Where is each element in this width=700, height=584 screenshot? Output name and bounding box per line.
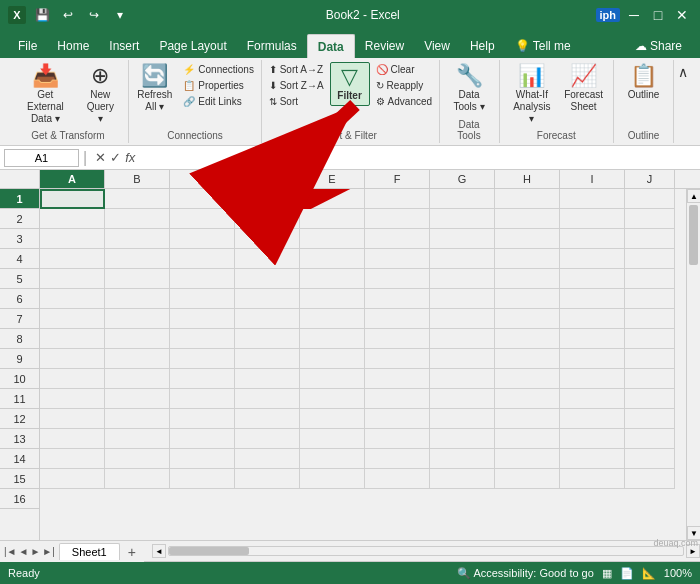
collapse-ribbon-button[interactable]: ∧ bbox=[674, 62, 692, 82]
col-header-a[interactable]: A bbox=[40, 170, 105, 188]
tab-share[interactable]: ☁ Share bbox=[625, 34, 692, 58]
sheet-nav-first[interactable]: |◄ bbox=[4, 546, 17, 557]
row-header-16[interactable]: 16 bbox=[0, 489, 39, 509]
tab-home[interactable]: Home bbox=[47, 34, 99, 58]
view-normal-button[interactable]: ▦ bbox=[602, 567, 612, 580]
row-header-2[interactable]: 2 bbox=[0, 209, 39, 229]
cell-c1[interactable] bbox=[170, 189, 235, 209]
row-header-4[interactable]: 4 bbox=[0, 249, 39, 269]
row-header-14[interactable]: 14 bbox=[0, 449, 39, 469]
row-header-3[interactable]: 3 bbox=[0, 229, 39, 249]
corner-cell[interactable] bbox=[0, 170, 40, 188]
tab-help[interactable]: Help bbox=[460, 34, 505, 58]
row-header-8[interactable]: 8 bbox=[0, 329, 39, 349]
grid-cells[interactable] bbox=[40, 189, 686, 540]
row-header-1[interactable]: 1 bbox=[0, 189, 39, 209]
col-header-b[interactable]: B bbox=[105, 170, 170, 188]
refresh-all-button[interactable]: 🔄 RefreshAll ▾ bbox=[132, 62, 177, 116]
tab-view[interactable]: View bbox=[414, 34, 460, 58]
cell-d1[interactable] bbox=[235, 189, 300, 209]
sheet-nav-buttons[interactable]: |◄ ◄ ► ►| bbox=[0, 546, 59, 557]
tab-data[interactable]: Data bbox=[307, 34, 355, 58]
sheet-nav-prev[interactable]: ◄ bbox=[19, 546, 29, 557]
customize-qat-button[interactable]: ▾ bbox=[110, 5, 130, 25]
connections-button[interactable]: ⚡ Connections bbox=[179, 62, 258, 77]
formula-cancel-icon[interactable]: ✕ bbox=[95, 150, 106, 165]
scroll-track[interactable] bbox=[687, 203, 700, 526]
tab-review[interactable]: Review bbox=[355, 34, 414, 58]
row-header-12[interactable]: 12 bbox=[0, 409, 39, 429]
what-if-analysis-button[interactable]: 📊 What-IfAnalysis ▾ bbox=[506, 62, 559, 128]
sheet-tab-sheet1[interactable]: Sheet1 bbox=[59, 543, 120, 560]
column-headers: A B C D E F G H I J bbox=[0, 170, 700, 189]
sort-za-button[interactable]: ⬇ Sort Z→A bbox=[265, 78, 328, 93]
advanced-button[interactable]: ⚙ Advanced bbox=[372, 94, 436, 109]
clear-button[interactable]: 🚫 Clear bbox=[372, 62, 436, 77]
cell-h1[interactable] bbox=[495, 189, 560, 209]
undo-button[interactable]: ↩ bbox=[58, 5, 78, 25]
col-header-i[interactable]: I bbox=[560, 170, 625, 188]
edit-links-button[interactable]: 🔗 Edit Links bbox=[179, 94, 258, 109]
tab-tell-me[interactable]: 💡 Tell me bbox=[505, 34, 581, 58]
tab-insert[interactable]: Insert bbox=[99, 34, 149, 58]
formula-confirm-icon[interactable]: ✓ bbox=[110, 150, 121, 165]
window-title: Book2 - Excel bbox=[130, 8, 596, 22]
row-header-5[interactable]: 5 bbox=[0, 269, 39, 289]
data-tools-button[interactable]: 🔧 DataTools ▾ bbox=[448, 62, 489, 116]
reapply-button[interactable]: ↻ Reapply bbox=[372, 78, 436, 93]
row-header-6[interactable]: 6 bbox=[0, 289, 39, 309]
col-header-h[interactable]: H bbox=[495, 170, 560, 188]
sheet-nav-next[interactable]: ► bbox=[30, 546, 40, 557]
sort-button[interactable]: ⇅ Sort bbox=[265, 94, 328, 109]
new-query-button[interactable]: ⊕ NewQuery ▾ bbox=[79, 62, 122, 128]
sheet-nav-last[interactable]: ►| bbox=[42, 546, 55, 557]
what-if-icon: 📊 bbox=[518, 65, 545, 87]
cell-a2[interactable] bbox=[40, 209, 105, 229]
view-page-break-button[interactable]: 📐 bbox=[642, 567, 656, 580]
vertical-scrollbar[interactable]: ▲ ▼ bbox=[686, 189, 700, 540]
outline-button[interactable]: 📋 Outline bbox=[623, 62, 665, 104]
cell-j1[interactable] bbox=[625, 189, 675, 209]
col-header-g[interactable]: G bbox=[430, 170, 495, 188]
hscroll-left-button[interactable]: ◄ bbox=[152, 544, 166, 558]
col-header-d[interactable]: D bbox=[235, 170, 300, 188]
formula-input[interactable] bbox=[143, 152, 696, 164]
cell-e1[interactable] bbox=[300, 189, 365, 209]
scroll-up-button[interactable]: ▲ bbox=[687, 189, 700, 203]
save-button[interactable]: 💾 bbox=[32, 5, 52, 25]
add-sheet-button[interactable]: + bbox=[120, 542, 144, 562]
col-header-f[interactable]: F bbox=[365, 170, 430, 188]
row-header-10[interactable]: 10 bbox=[0, 369, 39, 389]
cell-i1[interactable] bbox=[560, 189, 625, 209]
name-box[interactable] bbox=[4, 149, 79, 167]
minimize-button[interactable]: ─ bbox=[624, 5, 644, 25]
row-header-9[interactable]: 9 bbox=[0, 349, 39, 369]
ribbon-tab-bar: File Home Insert Page Layout Formulas Da… bbox=[0, 30, 700, 58]
forecast-sheet-button[interactable]: 📈 ForecastSheet bbox=[560, 62, 607, 116]
row-header-15[interactable]: 15 bbox=[0, 469, 39, 489]
formula-function-icon[interactable]: fx bbox=[125, 150, 135, 165]
maximize-button[interactable]: □ bbox=[648, 5, 668, 25]
filter-button[interactable]: ▽ Filter bbox=[330, 62, 370, 106]
cell-f1[interactable] bbox=[365, 189, 430, 209]
view-page-layout-button[interactable]: 📄 bbox=[620, 567, 634, 580]
cell-b1[interactable] bbox=[105, 189, 170, 209]
close-button[interactable]: ✕ bbox=[672, 5, 692, 25]
tab-formulas[interactable]: Formulas bbox=[237, 34, 307, 58]
tab-page-layout[interactable]: Page Layout bbox=[149, 34, 236, 58]
new-query-icon: ⊕ bbox=[91, 65, 109, 87]
col-header-j[interactable]: J bbox=[625, 170, 675, 188]
row-header-11[interactable]: 11 bbox=[0, 389, 39, 409]
get-external-data-button[interactable]: 📥 Get ExternalData ▾ bbox=[14, 62, 77, 128]
cell-g1[interactable] bbox=[430, 189, 495, 209]
filter-icon: ▽ bbox=[341, 66, 358, 88]
tab-file[interactable]: File bbox=[8, 34, 47, 58]
row-header-13[interactable]: 13 bbox=[0, 429, 39, 449]
col-header-c[interactable]: C bbox=[170, 170, 235, 188]
sort-az-button[interactable]: ⬆ Sort A→Z bbox=[265, 62, 328, 77]
col-header-e[interactable]: E bbox=[300, 170, 365, 188]
row-header-7[interactable]: 7 bbox=[0, 309, 39, 329]
redo-button[interactable]: ↪ bbox=[84, 5, 104, 25]
cell-a1[interactable] bbox=[40, 189, 105, 209]
properties-button[interactable]: 📋 Properties bbox=[179, 78, 258, 93]
